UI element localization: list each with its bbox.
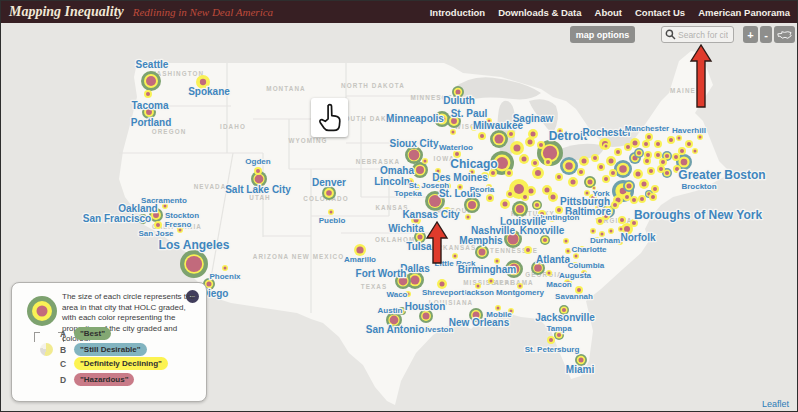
- city-circle[interactable]: [609, 159, 614, 164]
- city-circle[interactable]: [452, 131, 455, 134]
- city-label[interactable]: Los Angeles: [159, 238, 230, 252]
- city-circle[interactable]: [490, 280, 493, 283]
- city-label[interactable]: Knoxville: [520, 225, 565, 236]
- city-label[interactable]: Miami: [566, 364, 595, 375]
- city-circle[interactable]: [620, 218, 624, 222]
- city-label[interactable]: Jacksonville: [535, 312, 595, 323]
- zoom-out-button[interactable]: -: [760, 26, 772, 43]
- city-label[interactable]: Wichita: [388, 223, 424, 234]
- reset-extent-button[interactable]: [774, 26, 795, 43]
- city-label[interactable]: Tampa: [546, 324, 572, 333]
- city-circle[interactable]: [661, 160, 665, 164]
- city-label[interactable]: Ogden: [245, 157, 270, 166]
- city-circle[interactable]: [326, 190, 332, 196]
- city-circle[interactable]: [586, 192, 589, 195]
- city-circle[interactable]: [535, 170, 541, 176]
- nav-contact-us[interactable]: Contact Us: [635, 7, 685, 18]
- map-options-button[interactable]: map options: [570, 26, 635, 43]
- city-circle[interactable]: [529, 189, 534, 194]
- city-circle[interactable]: [534, 264, 542, 272]
- nav-downloads-data[interactable]: Downloads & Data: [498, 7, 581, 18]
- city-circle[interactable]: [557, 333, 561, 337]
- city-circle[interactable]: [543, 146, 557, 160]
- city-circle[interactable]: [531, 132, 536, 137]
- city-circle[interactable]: [587, 179, 592, 184]
- city-label[interactable]: St. Petersburg: [525, 345, 580, 354]
- city-circle[interactable]: [551, 195, 556, 200]
- city-circle[interactable]: [440, 282, 445, 287]
- city-circle[interactable]: [619, 165, 627, 173]
- city-circle[interactable]: [604, 177, 608, 181]
- city-label[interactable]: Salt Lake City: [225, 184, 291, 195]
- city-label[interactable]: Lincoln: [374, 176, 410, 187]
- city-label[interactable]: Detroit: [549, 129, 588, 143]
- city-circle[interactable]: [156, 223, 160, 227]
- city-label[interactable]: Augusta: [559, 271, 592, 280]
- city-circle[interactable]: [416, 166, 424, 174]
- city-label[interactable]: Memphis: [459, 235, 503, 246]
- city-circle[interactable]: [496, 260, 499, 263]
- city-circle[interactable]: [423, 313, 430, 320]
- city-label[interactable]: Stockton: [165, 211, 199, 220]
- city-label[interactable]: Amarillo: [344, 255, 376, 264]
- city-label[interactable]: Topeka: [394, 189, 422, 198]
- city-circle[interactable]: [496, 157, 508, 169]
- city-label[interactable]: Minneapolis: [386, 113, 444, 124]
- city-label[interactable]: Austin: [378, 306, 403, 315]
- city-circle[interactable]: [613, 203, 617, 207]
- city-circle[interactable]: [503, 202, 508, 207]
- city-circle[interactable]: [632, 198, 636, 202]
- city-label[interactable]: Charlotte: [571, 245, 607, 254]
- city-circle[interactable]: [665, 171, 669, 175]
- city-circle[interactable]: [546, 160, 550, 164]
- city-label[interactable]: Portland: [131, 117, 172, 128]
- city-circle[interactable]: [533, 161, 537, 165]
- city-circle[interactable]: [669, 138, 673, 142]
- city-label[interactable]: Duluth: [443, 95, 475, 106]
- city-label[interactable]: Atlanta: [536, 254, 570, 265]
- city-label[interactable]: Sioux City: [390, 138, 439, 149]
- city-circle[interactable]: [514, 184, 524, 194]
- city-circle[interactable]: [582, 159, 587, 164]
- city-circle[interactable]: [514, 145, 521, 152]
- city-circle[interactable]: [455, 89, 460, 94]
- city-circle[interactable]: [592, 230, 595, 233]
- city-circle[interactable]: [640, 197, 644, 201]
- city-circle[interactable]: [656, 153, 660, 157]
- city-circle[interactable]: [224, 267, 227, 270]
- city-label[interactable]: Savannah: [555, 292, 593, 301]
- city-circle[interactable]: [424, 160, 427, 163]
- city-label[interactable]: New Orleans: [449, 317, 510, 328]
- city-label[interactable]: Omaha: [380, 165, 414, 176]
- city-circle[interactable]: [539, 143, 543, 147]
- city-circle[interactable]: [495, 135, 504, 144]
- city-circle[interactable]: [528, 140, 533, 145]
- city-circle[interactable]: [656, 142, 660, 146]
- city-circle[interactable]: [256, 169, 260, 173]
- city-label[interactable]: Haverhill: [672, 126, 706, 135]
- city-circle[interactable]: [616, 150, 620, 154]
- city-circle[interactable]: [454, 255, 457, 258]
- city-circle[interactable]: [637, 151, 641, 155]
- city-circle[interactable]: [599, 165, 603, 169]
- city-circle[interactable]: [567, 250, 570, 253]
- city-circle[interactable]: [674, 155, 678, 159]
- search-input[interactable]: [676, 29, 730, 41]
- city-label[interactable]: Columbia: [568, 261, 605, 270]
- city-circle[interactable]: [694, 150, 697, 153]
- city-circle[interactable]: [557, 208, 561, 212]
- city-label[interactable]: Shreveport: [422, 288, 465, 297]
- city-circle[interactable]: [508, 192, 512, 196]
- city-circle[interactable]: [626, 145, 630, 149]
- city-circle[interactable]: [488, 196, 492, 200]
- city-circle[interactable]: [565, 240, 568, 243]
- city-circle[interactable]: [649, 169, 653, 173]
- zoom-in-button[interactable]: +: [743, 26, 758, 43]
- city-label[interactable]: Spokane: [188, 86, 230, 97]
- city-circle[interactable]: [646, 153, 650, 157]
- city-label[interactable]: San Francisco: [83, 213, 151, 224]
- city-label[interactable]: Pueblo: [319, 216, 346, 225]
- city-circle[interactable]: [680, 149, 684, 153]
- city-circle[interactable]: [330, 211, 333, 214]
- city-circle[interactable]: [545, 188, 550, 193]
